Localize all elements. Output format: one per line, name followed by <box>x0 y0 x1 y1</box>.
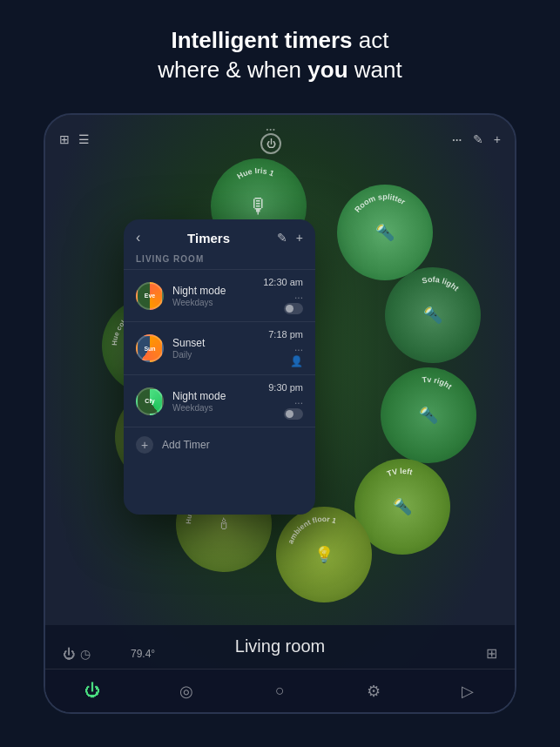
add-timer-button[interactable]: + Add Timer <box>124 427 315 462</box>
timer-time-evening: 12:30 am <box>263 277 303 287</box>
header-normal-3: want <box>348 57 402 83</box>
panel-edit-icon[interactable]: ✎ <box>277 231 287 245</box>
timer-info-sunset: Sunset Daily <box>172 337 268 360</box>
nav-settings[interactable]: ⚙ <box>356 674 391 709</box>
panel-add-icon[interactable]: + <box>296 231 303 245</box>
node-tv-right[interactable]: Tv right 🔦 <box>381 367 476 463</box>
power-button[interactable]: ⏻ <box>260 133 281 154</box>
header-normal-2: where & when <box>158 57 307 83</box>
topbar-center: ••• ⏻ <box>260 125 281 154</box>
list-icon[interactable]: ☰ <box>78 132 90 146</box>
svg-text:Tv right: Tv right <box>422 375 454 391</box>
header-normal-1: act <box>353 27 389 53</box>
tablet-bottom: ⏻ ◷ 79.4° ⊞ Living room ⏻ ◎ ○ ⚙ ▷ <box>45 625 515 712</box>
timer-avatar-evening: Eve <box>136 282 164 310</box>
timer-avatar-sunset: Sun <box>136 334 164 362</box>
page-header: Intelligent timers act where & when you … <box>0 26 560 85</box>
timer-item-comfy[interactable]: Cfy Night mode Weekdays 9:30 pm ... <box>124 374 315 427</box>
header-bold-1: Intelligent timers <box>172 27 353 53</box>
node-floor[interactable]: ambient floor 1 💡 <box>276 507 372 602</box>
nav-home[interactable]: ◎ <box>169 674 204 709</box>
timer-item-sunset[interactable]: Sun Sunset Daily 7:18 pm ... 👤 <box>124 321 315 374</box>
more-dots-icon[interactable]: ••• <box>452 136 462 144</box>
timer-right-sunset: 7:18 pm ... 👤 <box>268 329 303 367</box>
timer-name-comfy: Night mode <box>172 390 268 402</box>
timer-name-sunset: Sunset <box>172 337 268 349</box>
timer-person-icon: 👤 <box>290 355 303 367</box>
floor-icon: 💡 <box>314 545 334 564</box>
timer-right-comfy: 9:30 pm ... <box>268 382 303 420</box>
hcc2-icon: 🕯 <box>216 515 232 534</box>
timer-panel: ‹ Timers ✎ + LIVING ROOM Eve Night mode … <box>124 219 315 515</box>
add-timer-plus-icon: + <box>136 436 153 454</box>
nav-play[interactable]: ▷ <box>450 674 485 709</box>
add-timer-label: Add Timer <box>162 439 210 451</box>
node-room-splitter[interactable]: Room splitter 🔦 <box>337 185 433 280</box>
tv-right-icon: 🔦 <box>419 406 438 425</box>
nav-circle[interactable]: ○ <box>262 674 297 709</box>
panel-actions: ✎ + <box>277 231 303 245</box>
panel-back-button[interactable]: ‹ <box>136 230 140 246</box>
svg-text:Room splitter: Room splitter <box>353 192 408 214</box>
svg-text:ambient floor 1: ambient floor 1 <box>286 515 337 545</box>
nav-power[interactable]: ⏻ <box>75 674 110 709</box>
timer-item-evening[interactable]: Eve Night mode Weekdays 12:30 am ... <box>124 269 315 321</box>
three-dots-center: ••• <box>267 125 276 133</box>
edit-icon[interactable]: ✎ <box>473 132 483 146</box>
topbar-right: ••• ✎ + <box>452 132 501 146</box>
bottom-nav: ⏻ ◎ ○ ⚙ ▷ <box>45 669 515 712</box>
room-name-label: Living room <box>45 636 515 656</box>
timer-schedule-evening: Weekdays <box>172 298 263 307</box>
add-icon[interactable]: + <box>494 132 501 146</box>
panel-section-label: LIVING ROOM <box>124 252 315 269</box>
timer-name-evening: Night mode <box>172 285 263 297</box>
timer-avatar-comfy: Cfy <box>136 387 164 415</box>
timer-dots-comfy: ... <box>294 395 303 406</box>
tv-left-icon: 🔦 <box>393 497 412 516</box>
svg-text:Hue Iris 1: Hue Iris 1 <box>235 166 275 181</box>
timer-schedule-sunset: Daily <box>172 350 268 360</box>
timer-time-comfy: 9:30 pm <box>268 382 303 393</box>
timer-right-evening: 12:30 am ... <box>263 277 303 314</box>
node-sofa[interactable]: Sofa light 🔦 <box>385 267 481 363</box>
panel-header: ‹ Timers ✎ + <box>124 219 315 252</box>
tablet-topbar: ⊞ ☰ ••• ⏻ ••• ✎ + <box>45 124 515 155</box>
header-bold-2: you <box>307 57 347 83</box>
timer-time-sunset: 7:18 pm <box>268 329 303 340</box>
timer-schedule-comfy: Weekdays <box>172 403 268 413</box>
tablet-frame: ⊞ ☰ ••• ⏻ ••• ✎ + Hue Iris 1 🎙 <box>44 113 516 714</box>
grid-icon[interactable]: ⊞ <box>59 132 70 146</box>
timer-toggle-comfy[interactable] <box>284 408 303 420</box>
timer-dots-sunset: ... <box>294 342 303 353</box>
iris-bulb-icon: 🎙 <box>248 194 269 219</box>
timer-toggle-evening[interactable] <box>284 303 303 314</box>
timer-dots-evening: ... <box>294 290 303 300</box>
topbar-left: ⊞ ☰ <box>59 132 90 146</box>
panel-title: Timers <box>187 231 230 246</box>
sofa-icon: 🔦 <box>423 306 442 325</box>
svg-text:Sofa light: Sofa light <box>421 275 460 293</box>
room-splitter-icon: 🔦 <box>375 223 395 242</box>
svg-text:TV left: TV left <box>386 467 414 478</box>
timer-info-comfy: Night mode Weekdays <box>172 390 268 413</box>
timer-info-evening: Night mode Weekdays <box>172 285 263 307</box>
